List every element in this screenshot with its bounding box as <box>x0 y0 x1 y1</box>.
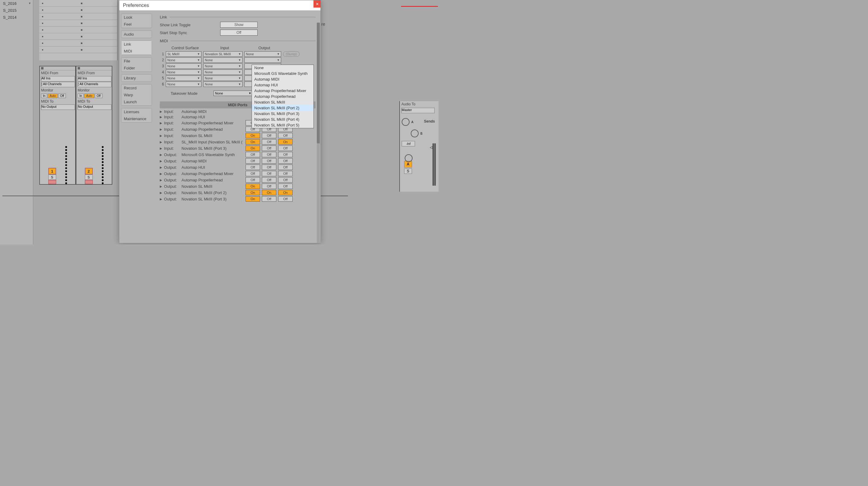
tab-library[interactable]: Library <box>121 74 152 82</box>
tab-maintenance[interactable]: Maintenance <box>121 115 152 122</box>
port-track-toggle[interactable]: On <box>246 196 260 202</box>
midi-to-select[interactable]: No Output <box>78 104 112 110</box>
tab-midi[interactable]: MIDI <box>121 48 152 55</box>
port-sync-toggle[interactable]: Off <box>262 139 276 144</box>
clip-slot[interactable] <box>39 27 78 33</box>
port-remote-toggle[interactable]: Off <box>278 158 293 164</box>
scrollbar-thumb[interactable] <box>317 23 320 143</box>
tab-launch[interactable]: Launch <box>121 98 152 105</box>
control-surface-select-4[interactable]: None▼ <box>166 69 202 75</box>
stop-slot[interactable] <box>78 27 117 33</box>
dump-button[interactable]: (Dump) <box>283 51 300 57</box>
clip-slot[interactable] <box>39 40 78 46</box>
disclosure-triangle-icon[interactable]: ▶ <box>160 197 162 201</box>
disclosure-triangle-icon[interactable]: ▶ <box>160 115 162 119</box>
disclosure-triangle-icon[interactable]: ▶ <box>160 191 162 194</box>
control-surface-select-3[interactable]: None▼ <box>166 63 202 69</box>
control-surface-select-1[interactable]: SL MkIII▼ <box>166 51 202 57</box>
clip-slot[interactable] <box>39 0 78 6</box>
solo-button[interactable]: S <box>404 168 412 174</box>
dropdown-option[interactable]: None <box>252 65 313 71</box>
tab-warp[interactable]: Warp <box>121 92 152 98</box>
output-select-1[interactable]: None▼ <box>244 51 281 57</box>
port-track-toggle[interactable]: On <box>246 184 260 189</box>
browser-item[interactable]: S_2014 <box>0 14 33 21</box>
clip-slot[interactable] <box>39 13 78 20</box>
arm-button[interactable] <box>48 180 56 184</box>
monitor-in-button[interactable]: In <box>78 94 84 98</box>
port-sync-toggle[interactable]: Off <box>262 196 276 202</box>
midi-from-select[interactable]: All Ins <box>41 76 75 82</box>
track-activator-button[interactable]: 1 <box>48 168 56 174</box>
input-select-2[interactable]: None▼ <box>203 57 243 63</box>
midi-from-select[interactable]: All Ins <box>78 76 112 82</box>
triangle-down-icon[interactable]: ▼ <box>28 2 31 5</box>
monitor-auto-button[interactable]: Auto <box>84 94 94 98</box>
midi-channel-select[interactable]: ¦ All Channels <box>41 82 75 87</box>
volume-value[interactable]: -Inf <box>402 141 415 147</box>
tab-audio[interactable]: Audio <box>121 31 152 38</box>
dropdown-option[interactable]: Novation SL MkIII (Port 2) <box>252 105 313 111</box>
arm-button[interactable] <box>85 180 93 184</box>
disclosure-triangle-icon[interactable]: ▶ <box>160 134 162 137</box>
clip-slot[interactable] <box>39 20 78 26</box>
takeover-mode-select[interactable]: None▼ <box>214 91 253 96</box>
stop-slot[interactable] <box>78 0 117 6</box>
clip-slot[interactable] <box>39 33 78 39</box>
input-select-6[interactable]: None▼ <box>203 82 243 87</box>
port-sync-toggle[interactable]: Off <box>262 177 276 183</box>
output-dropdown-menu[interactable]: NoneMicrosoft GS Wavetable SynthAutomap … <box>252 65 314 128</box>
stop-slot[interactable] <box>78 20 117 26</box>
port-track-toggle[interactable]: On <box>246 139 260 144</box>
disclosure-triangle-icon[interactable]: ▶ <box>160 166 162 169</box>
disclosure-triangle-icon[interactable]: ▶ <box>160 179 162 182</box>
port-track-toggle[interactable]: Off <box>246 164 260 170</box>
tab-file[interactable]: File <box>121 58 152 65</box>
tab-folder[interactable]: Folder <box>121 65 152 71</box>
port-remote-toggle[interactable]: Off <box>278 177 293 183</box>
disclosure-triangle-icon[interactable]: ▶ <box>160 121 162 125</box>
send-a-knob[interactable] <box>402 118 409 126</box>
port-sync-toggle[interactable]: Off <box>262 158 276 164</box>
input-select-3[interactable]: None▼ <box>203 63 243 69</box>
stop-slot[interactable] <box>78 7 117 13</box>
dropdown-option[interactable]: Microsoft GS Wavetable Synth <box>252 71 313 76</box>
port-track-toggle[interactable]: Off <box>246 177 260 183</box>
stop-icon[interactable] <box>78 67 80 69</box>
disclosure-triangle-icon[interactable]: ▶ <box>160 185 162 188</box>
dropdown-option[interactable]: Automap HUI <box>252 82 313 88</box>
port-remote-toggle[interactable]: Off <box>278 171 293 176</box>
port-sync-toggle[interactable]: Off <box>262 152 276 157</box>
solo-button[interactable]: S <box>85 174 93 180</box>
start-stop-sync-button[interactable]: Off <box>220 30 258 36</box>
show-link-toggle-button[interactable]: Show <box>220 22 258 28</box>
tab-record[interactable]: Record <box>121 85 152 92</box>
stop-icon[interactable] <box>41 67 43 69</box>
dropdown-option[interactable]: Novation SL MkIII (Port 5) <box>252 122 313 128</box>
monitor-auto-button[interactable]: Auto <box>48 94 58 98</box>
stop-slot[interactable] <box>78 13 117 20</box>
scrollbar[interactable] <box>317 23 320 243</box>
stop-slot[interactable] <box>78 40 117 46</box>
disclosure-triangle-icon[interactable]: ▶ <box>160 159 162 163</box>
port-sync-toggle[interactable]: On <box>262 190 276 195</box>
clip-slot[interactable] <box>39 7 78 13</box>
port-sync-toggle[interactable]: Off <box>262 133 276 138</box>
solo-button[interactable]: S <box>48 174 56 180</box>
monitor-in-button[interactable]: In <box>41 94 47 98</box>
port-remote-toggle[interactable]: On <box>278 190 293 195</box>
dropdown-option[interactable]: Novation SL MkIII (Port 3) <box>252 111 313 117</box>
input-select-5[interactable]: None▼ <box>203 75 243 81</box>
dropdown-option[interactable]: Automap Propellerhead Mixer <box>252 88 313 94</box>
disclosure-triangle-icon[interactable]: ▶ <box>160 153 162 156</box>
port-remote-toggle[interactable]: Off <box>278 164 293 170</box>
dropdown-option[interactable]: Novation SL MkIII <box>252 99 313 105</box>
port-sync-toggle[interactable]: Off <box>262 184 276 189</box>
stop-slot[interactable] <box>78 33 117 39</box>
port-remote-toggle[interactable]: Off <box>278 196 293 202</box>
browser-item[interactable]: S_2015 <box>0 7 33 14</box>
control-surface-select-5[interactable]: None▼ <box>166 75 202 81</box>
input-select-4[interactable]: None▼ <box>203 69 243 75</box>
port-track-toggle[interactable]: On <box>246 133 260 138</box>
port-sync-toggle[interactable]: Off <box>262 145 276 151</box>
